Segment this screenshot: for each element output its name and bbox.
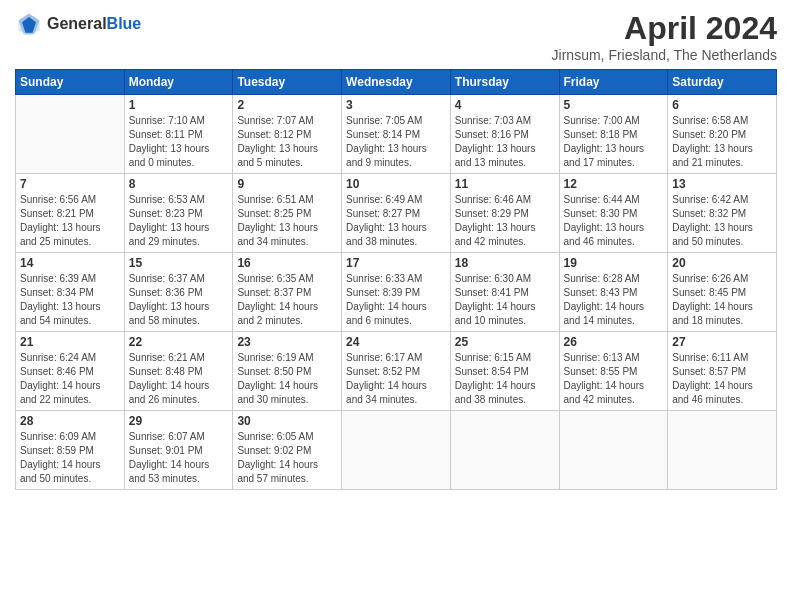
weekday-header-tuesday: Tuesday (233, 70, 342, 95)
calendar-cell: 14Sunrise: 6:39 AMSunset: 8:34 PMDayligh… (16, 253, 125, 332)
day-number: 2 (237, 98, 337, 112)
day-info: Sunrise: 6:56 AMSunset: 8:21 PMDaylight:… (20, 193, 120, 249)
day-info: Sunrise: 6:44 AMSunset: 8:30 PMDaylight:… (564, 193, 664, 249)
calendar-cell: 28Sunrise: 6:09 AMSunset: 8:59 PMDayligh… (16, 411, 125, 490)
calendar-week-row: 28Sunrise: 6:09 AMSunset: 8:59 PMDayligh… (16, 411, 777, 490)
day-info: Sunrise: 6:49 AMSunset: 8:27 PMDaylight:… (346, 193, 446, 249)
calendar-cell: 21Sunrise: 6:24 AMSunset: 8:46 PMDayligh… (16, 332, 125, 411)
day-number: 26 (564, 335, 664, 349)
calendar-week-row: 21Sunrise: 6:24 AMSunset: 8:46 PMDayligh… (16, 332, 777, 411)
day-info: Sunrise: 6:46 AMSunset: 8:29 PMDaylight:… (455, 193, 555, 249)
day-info: Sunrise: 6:33 AMSunset: 8:39 PMDaylight:… (346, 272, 446, 328)
calendar-cell: 4Sunrise: 7:03 AMSunset: 8:16 PMDaylight… (450, 95, 559, 174)
day-info: Sunrise: 6:19 AMSunset: 8:50 PMDaylight:… (237, 351, 337, 407)
day-number: 14 (20, 256, 120, 270)
calendar-cell: 26Sunrise: 6:13 AMSunset: 8:55 PMDayligh… (559, 332, 668, 411)
day-info: Sunrise: 7:00 AMSunset: 8:18 PMDaylight:… (564, 114, 664, 170)
calendar-cell: 29Sunrise: 6:07 AMSunset: 9:01 PMDayligh… (124, 411, 233, 490)
day-info: Sunrise: 6:15 AMSunset: 8:54 PMDaylight:… (455, 351, 555, 407)
day-number: 1 (129, 98, 229, 112)
month-year-title: April 2024 (552, 10, 777, 47)
day-number: 23 (237, 335, 337, 349)
day-info: Sunrise: 7:10 AMSunset: 8:11 PMDaylight:… (129, 114, 229, 170)
day-number: 17 (346, 256, 446, 270)
calendar-cell: 3Sunrise: 7:05 AMSunset: 8:14 PMDaylight… (342, 95, 451, 174)
calendar-cell: 13Sunrise: 6:42 AMSunset: 8:32 PMDayligh… (668, 174, 777, 253)
day-number: 19 (564, 256, 664, 270)
day-info: Sunrise: 7:05 AMSunset: 8:14 PMDaylight:… (346, 114, 446, 170)
calendar-week-row: 7Sunrise: 6:56 AMSunset: 8:21 PMDaylight… (16, 174, 777, 253)
day-number: 15 (129, 256, 229, 270)
day-number: 24 (346, 335, 446, 349)
calendar-cell: 15Sunrise: 6:37 AMSunset: 8:36 PMDayligh… (124, 253, 233, 332)
day-number: 7 (20, 177, 120, 191)
calendar-cell (450, 411, 559, 490)
day-info: Sunrise: 6:17 AMSunset: 8:52 PMDaylight:… (346, 351, 446, 407)
day-number: 3 (346, 98, 446, 112)
day-info: Sunrise: 6:24 AMSunset: 8:46 PMDaylight:… (20, 351, 120, 407)
calendar-cell: 12Sunrise: 6:44 AMSunset: 8:30 PMDayligh… (559, 174, 668, 253)
calendar-cell (668, 411, 777, 490)
day-info: Sunrise: 6:09 AMSunset: 8:59 PMDaylight:… (20, 430, 120, 486)
day-info: Sunrise: 6:58 AMSunset: 8:20 PMDaylight:… (672, 114, 772, 170)
day-info: Sunrise: 6:28 AMSunset: 8:43 PMDaylight:… (564, 272, 664, 328)
day-info: Sunrise: 6:26 AMSunset: 8:45 PMDaylight:… (672, 272, 772, 328)
calendar-cell: 6Sunrise: 6:58 AMSunset: 8:20 PMDaylight… (668, 95, 777, 174)
day-info: Sunrise: 6:39 AMSunset: 8:34 PMDaylight:… (20, 272, 120, 328)
day-number: 11 (455, 177, 555, 191)
day-info: Sunrise: 6:05 AMSunset: 9:02 PMDaylight:… (237, 430, 337, 486)
day-number: 9 (237, 177, 337, 191)
day-info: Sunrise: 6:30 AMSunset: 8:41 PMDaylight:… (455, 272, 555, 328)
day-info: Sunrise: 6:42 AMSunset: 8:32 PMDaylight:… (672, 193, 772, 249)
day-info: Sunrise: 6:53 AMSunset: 8:23 PMDaylight:… (129, 193, 229, 249)
calendar-cell: 16Sunrise: 6:35 AMSunset: 8:37 PMDayligh… (233, 253, 342, 332)
calendar-cell (342, 411, 451, 490)
day-info: Sunrise: 6:37 AMSunset: 8:36 PMDaylight:… (129, 272, 229, 328)
calendar-cell: 24Sunrise: 6:17 AMSunset: 8:52 PMDayligh… (342, 332, 451, 411)
day-info: Sunrise: 6:21 AMSunset: 8:48 PMDaylight:… (129, 351, 229, 407)
day-number: 25 (455, 335, 555, 349)
day-number: 29 (129, 414, 229, 428)
logo: General Blue (15, 10, 141, 38)
calendar-cell: 10Sunrise: 6:49 AMSunset: 8:27 PMDayligh… (342, 174, 451, 253)
calendar-cell: 27Sunrise: 6:11 AMSunset: 8:57 PMDayligh… (668, 332, 777, 411)
day-number: 28 (20, 414, 120, 428)
day-info: Sunrise: 6:35 AMSunset: 8:37 PMDaylight:… (237, 272, 337, 328)
weekday-header-monday: Monday (124, 70, 233, 95)
day-info: Sunrise: 7:03 AMSunset: 8:16 PMDaylight:… (455, 114, 555, 170)
calendar-cell: 7Sunrise: 6:56 AMSunset: 8:21 PMDaylight… (16, 174, 125, 253)
page-header: General Blue April 2024 Jirnsum, Friesla… (15, 10, 777, 63)
day-number: 8 (129, 177, 229, 191)
calendar-cell: 25Sunrise: 6:15 AMSunset: 8:54 PMDayligh… (450, 332, 559, 411)
day-number: 27 (672, 335, 772, 349)
calendar-cell: 30Sunrise: 6:05 AMSunset: 9:02 PMDayligh… (233, 411, 342, 490)
calendar-cell: 1Sunrise: 7:10 AMSunset: 8:11 PMDaylight… (124, 95, 233, 174)
day-number: 5 (564, 98, 664, 112)
location-subtitle: Jirnsum, Friesland, The Netherlands (552, 47, 777, 63)
calendar-header-row: SundayMondayTuesdayWednesdayThursdayFrid… (16, 70, 777, 95)
weekday-header-thursday: Thursday (450, 70, 559, 95)
day-number: 22 (129, 335, 229, 349)
weekday-header-friday: Friday (559, 70, 668, 95)
day-info: Sunrise: 6:13 AMSunset: 8:55 PMDaylight:… (564, 351, 664, 407)
day-number: 13 (672, 177, 772, 191)
calendar-cell: 20Sunrise: 6:26 AMSunset: 8:45 PMDayligh… (668, 253, 777, 332)
day-number: 18 (455, 256, 555, 270)
day-number: 12 (564, 177, 664, 191)
day-number: 4 (455, 98, 555, 112)
day-info: Sunrise: 6:11 AMSunset: 8:57 PMDaylight:… (672, 351, 772, 407)
logo-icon (15, 10, 43, 38)
day-number: 30 (237, 414, 337, 428)
calendar-cell: 22Sunrise: 6:21 AMSunset: 8:48 PMDayligh… (124, 332, 233, 411)
calendar-table: SundayMondayTuesdayWednesdayThursdayFrid… (15, 69, 777, 490)
calendar-cell: 8Sunrise: 6:53 AMSunset: 8:23 PMDaylight… (124, 174, 233, 253)
calendar-cell (559, 411, 668, 490)
calendar-cell: 2Sunrise: 7:07 AMSunset: 8:12 PMDaylight… (233, 95, 342, 174)
calendar-cell: 23Sunrise: 6:19 AMSunset: 8:50 PMDayligh… (233, 332, 342, 411)
calendar-cell: 19Sunrise: 6:28 AMSunset: 8:43 PMDayligh… (559, 253, 668, 332)
day-info: Sunrise: 7:07 AMSunset: 8:12 PMDaylight:… (237, 114, 337, 170)
day-number: 16 (237, 256, 337, 270)
day-info: Sunrise: 6:07 AMSunset: 9:01 PMDaylight:… (129, 430, 229, 486)
day-number: 6 (672, 98, 772, 112)
day-number: 20 (672, 256, 772, 270)
